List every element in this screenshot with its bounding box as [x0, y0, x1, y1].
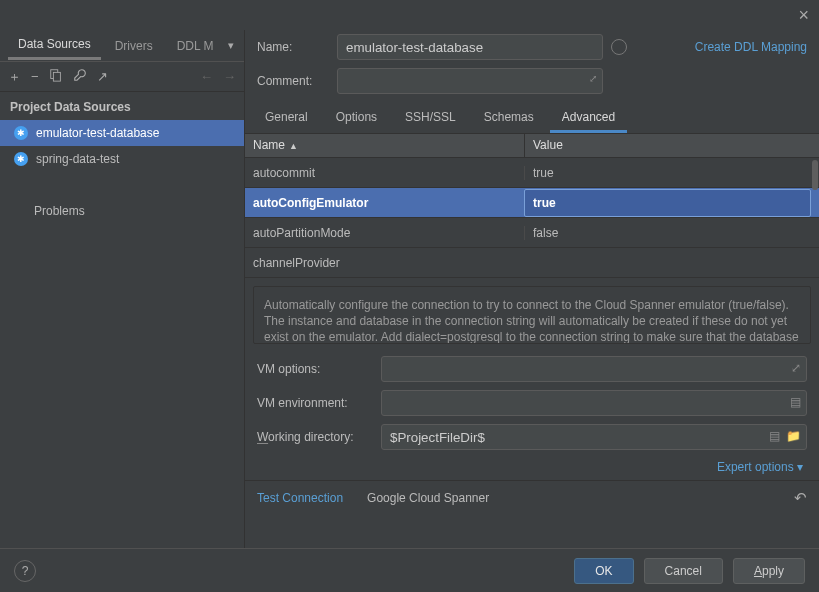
folder-icon[interactable]: 📁	[786, 429, 801, 443]
list-icon[interactable]: ▤	[790, 395, 801, 409]
subtab-general[interactable]: General	[253, 104, 320, 133]
remove-icon[interactable]: −	[31, 69, 39, 84]
close-icon[interactable]: ×	[798, 5, 809, 26]
property-row[interactable]: autoPartitionModefalse	[245, 218, 819, 248]
property-row[interactable]: autocommittrue	[245, 158, 819, 188]
svg-rect-1	[53, 72, 60, 81]
property-description: Automatically configure the connection t…	[253, 286, 811, 344]
database-icon: ✱	[14, 152, 28, 166]
tab-data-sources[interactable]: Data Sources	[8, 31, 101, 60]
back-icon[interactable]: ←	[200, 69, 213, 84]
driver-name[interactable]: Google Cloud Spanner	[367, 491, 489, 505]
data-source-label: emulator-test-database	[36, 126, 244, 140]
expand-icon[interactable]: ⤢	[791, 361, 801, 375]
property-value[interactable]: true	[524, 166, 819, 180]
name-input[interactable]	[337, 34, 603, 60]
properties-header: Name▲ Value	[245, 134, 819, 158]
help-button[interactable]: ?	[14, 560, 36, 582]
working-dir-input[interactable]	[381, 424, 807, 450]
property-name: autoConfigEmulator	[245, 196, 524, 210]
top-tabs: Data Sources Drivers DDL M ▾	[0, 30, 244, 62]
subtab-schemas[interactable]: Schemas	[472, 104, 546, 133]
working-dir-label: Working directory:	[257, 430, 373, 444]
forward-icon[interactable]: →	[223, 69, 236, 84]
scrollbar-thumb[interactable]	[812, 160, 818, 190]
wrench-icon[interactable]	[73, 68, 87, 85]
copy-icon[interactable]	[49, 68, 63, 85]
property-value[interactable]: false	[524, 226, 819, 240]
data-source-label: spring-data-test	[36, 152, 244, 166]
data-source-item[interactable]: ✱spring-data-test	[0, 146, 244, 172]
vm-options-label: VM options:	[257, 362, 373, 376]
data-source-item[interactable]: ✱emulator-test-database	[0, 120, 244, 146]
col-name[interactable]: Name▲	[245, 134, 524, 157]
chevron-down-icon: ▾	[797, 460, 803, 474]
property-row[interactable]: autoConfigEmulatortrue	[245, 188, 819, 218]
problems-item[interactable]: Problems	[0, 198, 244, 224]
test-connection-link[interactable]: Test Connection	[257, 491, 343, 505]
ok-button[interactable]: OK	[574, 558, 633, 584]
tab-drivers[interactable]: Drivers	[105, 33, 163, 59]
property-value[interactable]: true	[524, 189, 811, 217]
left-panel: Data Sources Drivers DDL M ▾ ＋ − ↗ ← →	[0, 30, 245, 548]
create-ddl-link[interactable]: Create DDL Mapping	[695, 40, 807, 54]
apply-button[interactable]: Apply	[733, 558, 805, 584]
add-icon[interactable]: ＋	[8, 68, 21, 86]
subtab-options[interactable]: Options	[324, 104, 389, 133]
vm-env-input[interactable]	[381, 390, 807, 416]
comment-label: Comment:	[257, 74, 329, 88]
vm-env-label: VM environment:	[257, 396, 373, 410]
col-value[interactable]: Value	[524, 134, 819, 157]
subtab-sshssl[interactable]: SSH/SSL	[393, 104, 468, 133]
name-label: Name:	[257, 40, 329, 54]
property-row[interactable]: channelProvider	[245, 248, 819, 278]
vm-options-input[interactable]	[381, 356, 807, 382]
export-icon[interactable]: ↗	[97, 69, 108, 84]
database-icon: ✱	[14, 126, 28, 140]
comment-input[interactable]	[337, 68, 603, 94]
chevron-down-icon[interactable]: ▾	[228, 39, 234, 52]
right-panel: Name: Create DDL Mapping Comment: ⤢ Gene…	[245, 30, 819, 548]
expert-options-link[interactable]: Expert options ▾	[717, 460, 803, 474]
property-name: autocommit	[245, 166, 524, 180]
expand-icon[interactable]: ⤢	[589, 73, 597, 84]
sub-tabs: GeneralOptionsSSH/SSLSchemasAdvanced	[245, 104, 819, 134]
subtab-advanced[interactable]: Advanced	[550, 104, 627, 133]
revert-icon[interactable]: ↶	[794, 489, 807, 507]
sort-asc-icon: ▲	[289, 141, 298, 151]
cancel-button[interactable]: Cancel	[644, 558, 723, 584]
tab-ddl[interactable]: DDL M	[167, 33, 224, 59]
property-name: channelProvider	[245, 256, 524, 270]
section-header: Project Data Sources	[0, 92, 244, 120]
color-circle-icon[interactable]	[611, 39, 627, 55]
property-name: autoPartitionMode	[245, 226, 524, 240]
list-icon[interactable]: ▤	[769, 429, 780, 443]
